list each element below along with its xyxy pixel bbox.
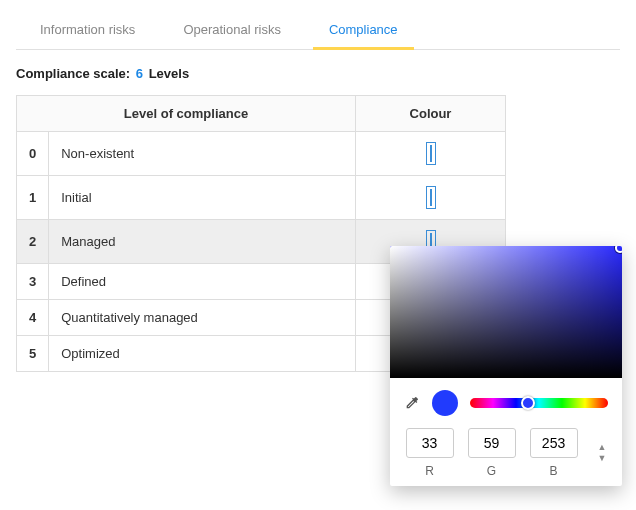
compliance-scale: Compliance scale: 6 Levels	[16, 66, 620, 81]
row-index: 3	[17, 264, 49, 300]
row-index: 2	[17, 220, 49, 264]
row-name: Initial	[49, 176, 356, 220]
row-name: Quantitatively managed	[49, 300, 356, 336]
saturation-value-area[interactable]	[390, 246, 622, 378]
row-name: Managed	[49, 220, 356, 264]
colour-swatch[interactable]	[430, 189, 432, 206]
row-index: 0	[17, 132, 49, 176]
scale-unit: Levels	[149, 66, 189, 81]
sv-cursor[interactable]	[615, 246, 622, 253]
tab-compliance[interactable]: Compliance	[305, 12, 422, 49]
scale-count[interactable]: 6	[136, 66, 143, 81]
table-row[interactable]: 1 Initial	[17, 176, 506, 220]
row-index: 4	[17, 300, 49, 336]
colour-cell[interactable]	[356, 132, 506, 176]
col-level-header: Level of compliance	[17, 96, 356, 132]
col-colour-header: Colour	[356, 96, 506, 132]
tabs: Information risks Operational risks Comp…	[16, 12, 620, 50]
row-index: 1	[17, 176, 49, 220]
table-row[interactable]: 0 Non-existent	[17, 132, 506, 176]
row-name: Optimized	[49, 336, 356, 372]
colour-picker: R G B ▲ ▼	[390, 246, 622, 384]
colour-swatch[interactable]	[430, 145, 432, 162]
row-name: Defined	[49, 264, 356, 300]
colour-cell[interactable]	[356, 176, 506, 220]
tab-operational-risks[interactable]: Operational risks	[159, 12, 305, 49]
tab-information-risks[interactable]: Information risks	[16, 12, 159, 49]
row-name: Non-existent	[49, 132, 356, 176]
scale-label: Compliance scale:	[16, 66, 130, 81]
row-index: 5	[17, 336, 49, 372]
